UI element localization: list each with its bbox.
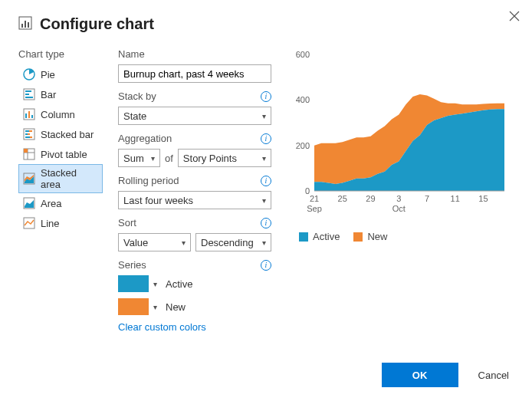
- series-label: Active: [166, 278, 192, 290]
- chevron-down-icon: ▾: [262, 154, 266, 163]
- sort-label: Sort: [118, 217, 136, 228]
- chart-type-area[interactable]: Area: [18, 193, 103, 213]
- dialog-title: Configure chart: [40, 15, 154, 33]
- bar-icon: [22, 87, 36, 101]
- svg-rect-8: [25, 97, 33, 98]
- close-icon[interactable]: [509, 9, 520, 25]
- svg-rect-12: [31, 115, 33, 118]
- svg-rect-3: [28, 22, 29, 28]
- aggregation-select[interactable]: Sum ▾: [118, 149, 160, 167]
- chart-type-label: Bar: [41, 89, 56, 100]
- series-label: Series: [118, 259, 146, 271]
- chart-type-bar[interactable]: Bar: [18, 84, 103, 104]
- aggregation-field-select[interactable]: Story Points ▾: [178, 149, 271, 167]
- info-icon[interactable]: i: [261, 133, 271, 144]
- info-icon[interactable]: i: [261, 260, 271, 271]
- area-icon: [22, 196, 36, 210]
- x-tick-label: 21: [310, 194, 319, 203]
- stackby-select[interactable]: State ▾: [118, 107, 271, 125]
- legend-swatch: [299, 232, 308, 242]
- svg-rect-1: [21, 24, 23, 28]
- series-row: ▾Active: [118, 275, 271, 292]
- legend-swatch: [353, 232, 363, 242]
- svg-rect-18: [25, 136, 30, 138]
- chart-type-pivot-table[interactable]: Pivot table: [18, 144, 103, 164]
- svg-rect-10: [25, 113, 27, 118]
- x-tick-label: 25: [338, 194, 347, 203]
- series-color-picker[interactable]: ▾: [118, 298, 158, 315]
- chevron-down-icon: ▾: [262, 112, 266, 120]
- y-tick-label: 400: [296, 95, 310, 104]
- name-label: Name: [118, 48, 271, 60]
- chart-type-label: Line: [41, 218, 60, 229]
- chevron-down-icon: ▾: [153, 303, 157, 311]
- chart-type-label: Chart type: [18, 48, 103, 60]
- chevron-down-icon: ▾: [182, 238, 186, 247]
- column-icon: [22, 107, 36, 121]
- chart-type-column[interactable]: Column: [18, 104, 103, 124]
- svg-rect-14: [25, 130, 29, 132]
- chart-type-pie[interactable]: Pie: [18, 64, 103, 84]
- chart-type-stacked-bar[interactable]: Stacked bar: [18, 124, 103, 144]
- rolling-label: Rolling period: [118, 175, 179, 186]
- chevron-down-icon: ▾: [262, 196, 266, 205]
- sort-by-select[interactable]: Value ▾: [118, 233, 191, 251]
- svg-rect-17: [28, 133, 30, 135]
- legend-item: Active: [299, 231, 340, 242]
- legend-label: Active: [313, 231, 340, 242]
- cancel-button[interactable]: Cancel: [474, 369, 514, 382]
- stackby-label: Stack by: [118, 90, 156, 102]
- chart-icon: [18, 16, 32, 32]
- sort-dir-select[interactable]: Descending ▾: [195, 233, 271, 251]
- chevron-down-icon: ▾: [153, 280, 157, 288]
- clear-colors-link[interactable]: Clear custom colors: [118, 321, 271, 333]
- stacked-area-icon: [22, 172, 36, 186]
- chevron-down-icon: ▾: [262, 238, 266, 247]
- name-input[interactable]: [118, 64, 271, 83]
- info-icon[interactable]: i: [261, 176, 271, 186]
- chart-type-label: Stacked area: [41, 167, 99, 190]
- y-tick-label: 200: [296, 141, 310, 150]
- svg-rect-16: [25, 133, 28, 135]
- svg-rect-19: [30, 136, 32, 138]
- x-tick-label: 15: [478, 194, 488, 203]
- aggregation-joiner: of: [165, 153, 173, 164]
- x-tick-label: 11: [451, 194, 460, 203]
- chart-type-label: Column: [41, 109, 75, 120]
- chart-type-label: Pivot table: [41, 149, 87, 160]
- legend-item: New: [353, 231, 387, 242]
- chart-type-label: Area: [41, 198, 61, 209]
- chart-type-label: Pie: [41, 69, 55, 81]
- legend-label: New: [367, 231, 387, 242]
- svg-rect-11: [28, 111, 30, 118]
- x-tick-month: Oct: [392, 204, 406, 213]
- chart-type-stacked-area[interactable]: Stacked area: [18, 164, 103, 193]
- chart-type-label: Stacked bar: [41, 129, 94, 140]
- ok-button[interactable]: OK: [382, 363, 458, 387]
- svg-rect-7: [25, 94, 29, 95]
- svg-rect-6: [25, 90, 31, 92]
- svg-rect-2: [25, 21, 26, 28]
- aggregation-label: Aggregation: [118, 133, 172, 144]
- pie-icon: [22, 67, 36, 81]
- stacked-bar-icon: [22, 127, 36, 141]
- info-icon[interactable]: i: [261, 91, 271, 102]
- svg-rect-15: [29, 130, 32, 132]
- chart-type-line[interactable]: Line: [18, 213, 103, 233]
- svg-rect-23: [24, 149, 28, 153]
- x-tick-label: 7: [425, 194, 429, 203]
- chevron-down-icon: ▾: [151, 154, 155, 163]
- y-tick-label: 600: [296, 50, 310, 59]
- rolling-select[interactable]: Last four weeks ▾: [118, 191, 271, 209]
- x-tick-label: 3: [396, 194, 401, 203]
- pivot-table-icon: [22, 147, 36, 161]
- chart-preview: 020040060021Sep25293Oct71115: [287, 48, 509, 217]
- line-icon: [22, 216, 36, 230]
- series-color-picker[interactable]: ▾: [118, 275, 158, 292]
- x-tick-month: Sep: [307, 204, 322, 213]
- series-label: New: [166, 301, 186, 313]
- x-tick-label: 29: [366, 194, 375, 203]
- series-row: ▾New: [118, 298, 271, 315]
- info-icon[interactable]: i: [261, 218, 271, 228]
